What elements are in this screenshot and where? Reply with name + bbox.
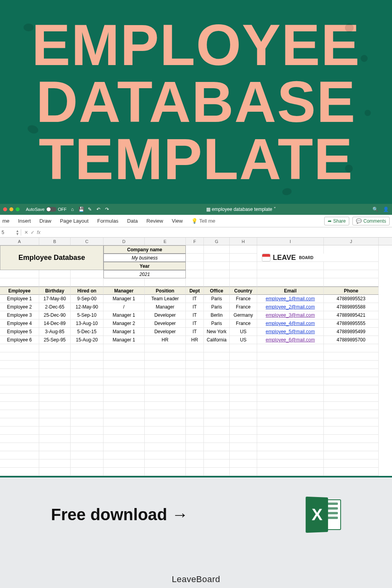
tab-home[interactable]: me: [2, 218, 9, 224]
phone-cell[interactable]: 47889895588: [324, 303, 379, 311]
empty-cell[interactable]: [103, 344, 145, 352]
tab-draw[interactable]: Draw: [40, 218, 51, 224]
empty-cell[interactable]: [71, 361, 103, 369]
cell[interactable]: /: [103, 303, 145, 311]
empty-cell[interactable]: [230, 459, 257, 468]
empty-cell[interactable]: [39, 369, 71, 377]
empty-cell[interactable]: [145, 377, 186, 385]
empty-cell[interactable]: [39, 468, 71, 476]
empty-cell[interactable]: [257, 352, 324, 361]
company-value[interactable]: My business: [103, 254, 186, 262]
free-download-cta[interactable]: Free download →: [51, 505, 188, 524]
empty-cell[interactable]: [71, 394, 103, 402]
empty-cell[interactable]: [71, 468, 103, 476]
window-controls[interactable]: [3, 207, 20, 211]
share-button[interactable]: ➦Share: [324, 217, 349, 225]
empty-row[interactable]: [0, 451, 392, 459]
empty-cell[interactable]: [204, 394, 230, 402]
empty-cell[interactable]: [145, 468, 186, 476]
empty-cell[interactable]: [257, 451, 324, 459]
cell[interactable]: IT: [186, 295, 204, 303]
table-row[interactable]: Employee 53-Aug-855-Dec-15Manager 1Devel…: [0, 328, 392, 336]
empty-row[interactable]: [0, 352, 392, 361]
empty-cell[interactable]: [186, 344, 204, 352]
empty-cell[interactable]: [145, 418, 186, 426]
cell[interactable]: 5-Sep-10: [71, 311, 103, 319]
email-cell[interactable]: employee_2@mail.com: [257, 303, 324, 311]
empty-row[interactable]: [0, 369, 392, 377]
table-row[interactable]: Employee 414-Dec-8913-Aug-10Manager 2Dev…: [0, 319, 392, 328]
cell[interactable]: 15-Aug-20: [71, 336, 103, 344]
empty-cell[interactable]: [186, 352, 204, 361]
empty-cell[interactable]: [230, 410, 257, 418]
empty-row[interactable]: [0, 344, 392, 352]
empty-cell[interactable]: [0, 459, 39, 468]
empty-cell[interactable]: [71, 344, 103, 352]
tab-review[interactable]: Review: [147, 218, 163, 224]
empty-cell[interactable]: [71, 402, 103, 410]
empty-cell[interactable]: [145, 402, 186, 410]
empty-cell[interactable]: [324, 385, 379, 394]
cell[interactable]: 2-Dec-65: [39, 303, 71, 311]
empty-cell[interactable]: [230, 394, 257, 402]
empty-cell[interactable]: [204, 402, 230, 410]
empty-cell[interactable]: [0, 410, 39, 418]
cell[interactable]: Paris: [204, 319, 230, 328]
cell[interactable]: Employee 5: [0, 328, 39, 336]
empty-cell[interactable]: [186, 402, 204, 410]
cell[interactable]: IT: [186, 319, 204, 328]
empty-cell[interactable]: [257, 459, 324, 468]
empty-cell[interactable]: [324, 435, 379, 443]
empty-cell[interactable]: [186, 410, 204, 418]
empty-cell[interactable]: [324, 402, 379, 410]
cell[interactable]: Employee 1: [0, 295, 39, 303]
empty-cell[interactable]: [145, 361, 186, 369]
empty-row[interactable]: [0, 435, 392, 443]
empty-row[interactable]: [0, 377, 392, 385]
empty-cell[interactable]: [186, 435, 204, 443]
empty-cell[interactable]: [324, 459, 379, 468]
cell[interactable]: IT: [186, 311, 204, 319]
empty-cell[interactable]: [39, 361, 71, 369]
empty-cell[interactable]: [204, 410, 230, 418]
empty-cell[interactable]: [71, 418, 103, 426]
empty-cell[interactable]: [257, 377, 324, 385]
phone-cell[interactable]: 47889895555: [324, 319, 379, 328]
edit-icon[interactable]: ✎: [87, 207, 93, 212]
empty-cell[interactable]: [71, 352, 103, 361]
phone-cell[interactable]: 47889895523: [324, 295, 379, 303]
cell[interactable]: IT: [186, 303, 204, 311]
redo-icon[interactable]: ↷: [104, 207, 110, 212]
empty-row[interactable]: [0, 278, 392, 287]
home-icon[interactable]: ⌂: [70, 207, 75, 212]
name-box[interactable]: 5 ▲▼: [0, 229, 21, 236]
empty-cell[interactable]: [145, 385, 186, 394]
empty-row[interactable]: [0, 426, 392, 435]
empty-cell[interactable]: [0, 402, 39, 410]
empty-row[interactable]: [0, 418, 392, 426]
autosave-toggle[interactable]: AutoSave OFF: [26, 207, 67, 212]
empty-cell[interactable]: [204, 443, 230, 451]
empty-row[interactable]: [0, 402, 392, 410]
empty-row[interactable]: [0, 410, 392, 418]
cell[interactable]: Employee 4: [0, 319, 39, 328]
empty-row[interactable]: [0, 459, 392, 468]
empty-cell[interactable]: [204, 418, 230, 426]
cell[interactable]: 14-Dec-89: [39, 319, 71, 328]
col-D[interactable]: D: [103, 238, 145, 245]
empty-cell[interactable]: [39, 402, 71, 410]
cell[interactable]: California: [204, 336, 230, 344]
col-G[interactable]: G: [204, 238, 230, 245]
empty-cell[interactable]: [186, 377, 204, 385]
stepper-icon[interactable]: ▲▼: [16, 229, 19, 236]
empty-cell[interactable]: [230, 352, 257, 361]
empty-row[interactable]: [0, 443, 392, 451]
empty-cell[interactable]: [71, 459, 103, 468]
empty-cell[interactable]: [0, 361, 39, 369]
empty-cell[interactable]: [204, 352, 230, 361]
year-value[interactable]: 2021: [103, 270, 186, 278]
empty-row[interactable]: [0, 468, 392, 476]
cell[interactable]: HR: [145, 336, 186, 344]
empty-cell[interactable]: [230, 385, 257, 394]
cell[interactable]: Germany: [230, 311, 257, 319]
